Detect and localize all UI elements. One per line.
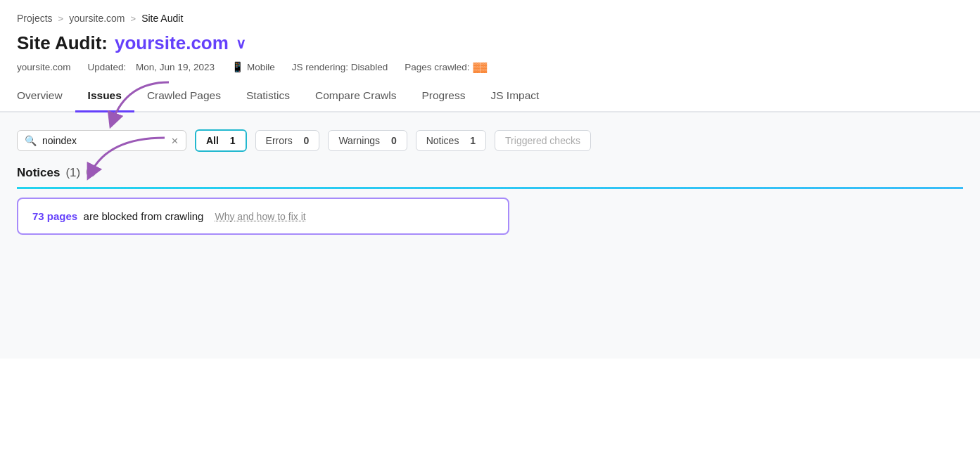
breadcrumb-current: Site Audit <box>141 13 183 24</box>
meta-pages-crawled: Pages crawled: ▓▓ <box>405 62 487 72</box>
meta-js-rendering: JS rendering: Disabled <box>292 62 388 72</box>
tab-js-impact[interactable]: JS Impact <box>478 82 552 112</box>
filter-errors-button[interactable]: Errors 0 <box>255 130 320 151</box>
filter-errors-label: Errors <box>266 135 293 146</box>
content-area: 🔍 ✕ All 1 Errors 0 Warnings 0 Notices 1 … <box>0 112 980 359</box>
search-icon: 🔍 <box>25 135 37 146</box>
filter-notices-label: Notices <box>426 135 459 146</box>
pages-crawled-value: ▓▓ <box>473 62 488 72</box>
mobile-icon: 📱 <box>231 61 243 72</box>
breadcrumb-sep-1: > <box>58 13 64 24</box>
tab-crawled-pages[interactable]: Crawled Pages <box>134 82 234 112</box>
page-title-row: Site Audit: yoursite.com ∨ <box>0 30 980 61</box>
search-clear-icon[interactable]: ✕ <box>171 136 179 146</box>
issue-pages-link[interactable]: 73 pages <box>32 210 77 222</box>
page-title-label: Site Audit: <box>17 32 108 54</box>
search-box[interactable]: 🔍 ✕ <box>17 130 186 151</box>
filter-all-count: 1 <box>230 135 236 146</box>
site-dropdown-icon[interactable]: ∨ <box>236 35 246 52</box>
issue-description: are blocked from crawling <box>84 210 204 222</box>
meta-row: yoursite.com Updated: Mon, Jun 19, 2023 … <box>0 61 980 82</box>
tab-overview[interactable]: Overview <box>17 82 75 112</box>
breadcrumb-sep-2: > <box>131 13 136 24</box>
tab-statistics[interactable]: Statistics <box>234 82 303 112</box>
notices-heading-label: Notices <box>17 166 60 180</box>
fix-link[interactable]: Why and how to fix it <box>215 211 305 222</box>
meta-mobile: 📱 Mobile <box>231 61 275 72</box>
meta-site: yoursite.com <box>17 62 71 72</box>
filter-all-button[interactable]: All 1 <box>195 129 247 152</box>
filter-warnings-button[interactable]: Warnings 0 <box>328 130 407 151</box>
nav-tabs: Overview Issues Crawled Pages Statistics… <box>0 82 980 112</box>
tab-progress[interactable]: Progress <box>409 82 478 112</box>
breadcrumb-projects[interactable]: Projects <box>17 13 53 24</box>
filter-errors-count: 0 <box>304 135 310 146</box>
page-title-site[interactable]: yoursite.com <box>115 32 229 54</box>
search-input[interactable] <box>42 135 165 146</box>
notices-separator <box>17 187 963 189</box>
filter-warnings-label: Warnings <box>338 135 380 146</box>
issue-card: 73 pages are blocked from crawling Why a… <box>17 198 509 235</box>
notices-count: (1) <box>65 166 80 180</box>
tab-issues[interactable]: Issues <box>75 82 134 112</box>
triggered-checks-button[interactable]: Triggered checks <box>495 130 591 151</box>
tab-compare-crawls[interactable]: Compare Crawls <box>303 82 409 112</box>
filter-bar: 🔍 ✕ All 1 Errors 0 Warnings 0 Notices 1 … <box>17 129 963 152</box>
filter-all-label: All <box>206 135 219 146</box>
filter-notices-button[interactable]: Notices 1 <box>416 130 486 151</box>
filter-warnings-count: 0 <box>391 135 397 146</box>
triggered-checks-label: Triggered checks <box>505 135 580 146</box>
notices-wrapper: Notices (1) ⓘ 73 pages are blocked from … <box>17 166 963 235</box>
issue-text: 73 pages are blocked from crawling <box>32 210 203 222</box>
nav-annotation-wrapper: Overview Issues Crawled Pages Statistics… <box>0 82 980 112</box>
notices-heading: Notices (1) ⓘ <box>17 166 963 180</box>
filter-notices-count: 1 <box>470 135 476 146</box>
meta-updated: Updated: Mon, Jun 19, 2023 <box>88 62 215 72</box>
breadcrumb-site[interactable]: yoursite.com <box>69 13 125 24</box>
breadcrumb: Projects > yoursite.com > Site Audit <box>0 0 980 30</box>
info-icon[interactable]: ⓘ <box>86 167 96 179</box>
